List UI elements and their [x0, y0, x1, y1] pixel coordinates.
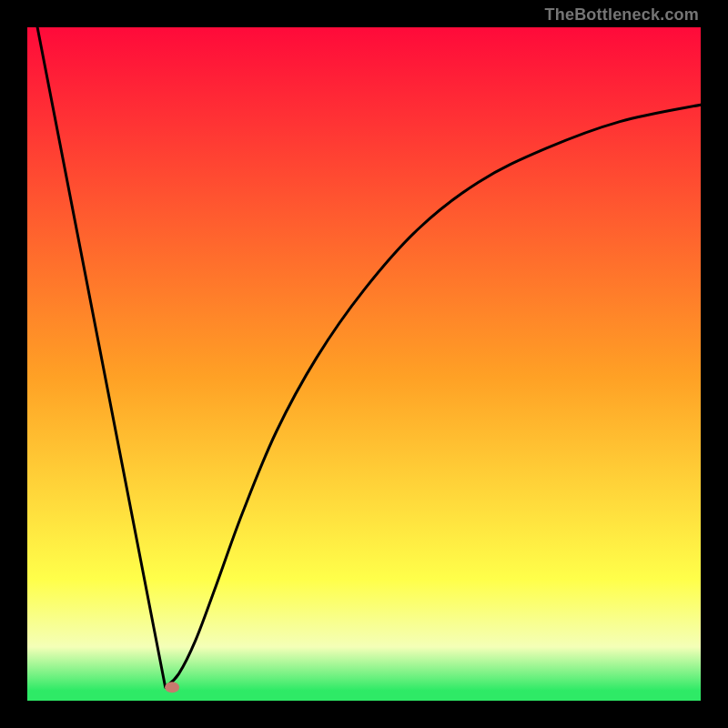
plot-area	[27, 27, 701, 701]
chart-svg	[27, 27, 701, 701]
attribution-text: TheBottleneck.com	[545, 5, 699, 25]
optimum-marker	[165, 682, 179, 693]
chart-frame: TheBottleneck.com	[0, 0, 728, 728]
